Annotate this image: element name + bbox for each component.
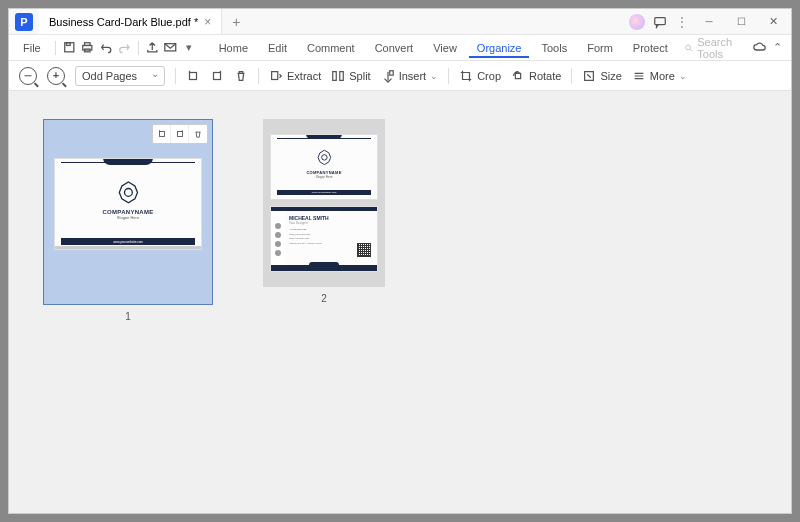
page-filter-dropdown[interactable]: Odd Pages <box>75 66 165 86</box>
crop-button[interactable]: Crop <box>459 69 501 83</box>
svg-point-21 <box>321 155 326 160</box>
svg-rect-11 <box>333 71 337 80</box>
svg-point-7 <box>685 45 690 50</box>
card-front-small: COMPANYNAME Slogan Here www.yourwebsite.… <box>270 134 378 200</box>
rotate-right-button[interactable] <box>210 69 224 83</box>
menu-home[interactable]: Home <box>211 38 256 58</box>
rotate-button[interactable]: Rotate <box>511 69 561 83</box>
svg-rect-10 <box>272 71 278 79</box>
menubar: File ▾ Home Edit Comment Convert View Or… <box>9 35 791 61</box>
page-2-wrap: COMPANYNAME Slogan Here www.yourwebsite.… <box>263 119 385 304</box>
organize-toolbar: Odd Pages Extract Split Insert⌄ Crop Rot… <box>9 61 791 91</box>
extract-button[interactable]: Extract <box>269 69 321 83</box>
document-tab[interactable]: Business Card-Dark Blue.pdf * × <box>39 9 222 34</box>
page-thumbnails-area: COMPANYNAME Slogan Here www.yourwebsite.… <box>9 91 791 513</box>
insert-label: Insert <box>399 70 427 82</box>
app-icon: P <box>15 13 33 31</box>
email-card-icon <box>275 232 281 238</box>
delete-button[interactable] <box>234 69 248 83</box>
zoom-in-button[interactable] <box>47 67 65 85</box>
svg-marker-18 <box>119 182 137 203</box>
extract-label: Extract <box>287 70 321 82</box>
svg-rect-8 <box>190 72 197 79</box>
expand-icon[interactable]: ⌃ <box>770 39 785 57</box>
split-label: Split <box>349 70 370 82</box>
dropdown-icon[interactable]: ▾ <box>182 39 197 57</box>
page-2-thumbnail[interactable]: COMPANYNAME Slogan Here www.yourwebsite.… <box>263 119 385 287</box>
menu-convert[interactable]: Convert <box>367 38 422 58</box>
redo-icon[interactable] <box>117 39 132 57</box>
kebab-menu-icon[interactable]: ⋮ <box>675 15 689 29</box>
new-tab-button[interactable]: + <box>222 14 250 30</box>
page-filter-value: Odd Pages <box>82 70 137 82</box>
page-delete-icon[interactable] <box>189 125 207 143</box>
split-button[interactable]: Split <box>331 69 370 83</box>
close-tab-icon[interactable]: × <box>204 15 211 29</box>
size-label: Size <box>600 70 621 82</box>
menu-organize[interactable]: Organize <box>469 38 530 58</box>
svg-rect-9 <box>214 72 221 79</box>
card-website: www.yourwebsite.com <box>61 238 195 245</box>
svg-point-19 <box>124 189 132 197</box>
company-slogan: Slogan Here <box>102 215 153 220</box>
svg-rect-13 <box>389 70 393 74</box>
svg-rect-12 <box>340 71 344 80</box>
minimize-button[interactable]: ─ <box>697 12 721 32</box>
size-button[interactable]: Size <box>582 69 621 83</box>
share-icon[interactable] <box>145 39 160 57</box>
rotate-left-button[interactable] <box>186 69 200 83</box>
crop-label: Crop <box>477 70 501 82</box>
tab-title: Business Card-Dark Blue.pdf * <box>49 16 198 28</box>
svg-rect-14 <box>515 73 520 78</box>
phone-text: +0 000 000 000 <box>289 228 373 231</box>
card-back: MICHEAL SMITH Your Designer +0 000 000 0… <box>270 206 378 272</box>
app-window: P Business Card-Dark Blue.pdf * × + ⋮ ─ … <box>8 8 792 514</box>
close-window-button[interactable]: ✕ <box>761 12 785 32</box>
search-placeholder: Search Tools <box>697 36 748 60</box>
maximize-button[interactable]: ☐ <box>729 12 753 32</box>
chat-icon[interactable] <box>653 15 667 29</box>
svg-rect-17 <box>177 132 182 137</box>
titlebar: P Business Card-Dark Blue.pdf * × + ⋮ ─ … <box>9 9 791 35</box>
menu-comment[interactable]: Comment <box>299 38 363 58</box>
menu-tools[interactable]: Tools <box>533 38 575 58</box>
insert-button[interactable]: Insert⌄ <box>381 69 439 83</box>
web-icon <box>275 241 281 247</box>
company-slogan-small: Slogan Here <box>306 175 341 179</box>
card-front-large: COMPANYNAME Slogan Here www.yourwebsite.… <box>54 158 202 250</box>
svg-rect-2 <box>66 43 70 46</box>
rotate-label: Rotate <box>529 70 561 82</box>
menu-edit[interactable]: Edit <box>260 38 295 58</box>
card-website-small: www.yourwebsite.com <box>277 190 371 195</box>
more-button[interactable]: More⌄ <box>632 69 687 83</box>
page-1-wrap: COMPANYNAME Slogan Here www.yourwebsite.… <box>43 119 213 322</box>
menu-view[interactable]: View <box>425 38 465 58</box>
location-icon <box>275 250 281 256</box>
page-1-thumbnail[interactable]: COMPANYNAME Slogan Here www.yourwebsite.… <box>43 119 213 305</box>
qr-code <box>357 243 371 257</box>
cloud-icon[interactable] <box>752 39 767 57</box>
print-icon[interactable] <box>80 39 95 57</box>
page-rotate-left-icon[interactable] <box>153 125 171 143</box>
file-menu[interactable]: File <box>15 38 49 58</box>
menu-protect[interactable]: Protect <box>625 38 676 58</box>
zoom-out-button[interactable] <box>19 67 37 85</box>
menu-form[interactable]: Form <box>579 38 621 58</box>
phone-icon <box>275 223 281 229</box>
page-rotate-right-icon[interactable] <box>171 125 189 143</box>
email-icon[interactable] <box>163 39 178 57</box>
ai-sparkle-icon[interactable] <box>629 14 645 30</box>
person-role: Your Designer <box>289 221 373 225</box>
more-label: More <box>650 70 675 82</box>
svg-marker-20 <box>318 150 331 164</box>
page-1-number: 1 <box>125 311 131 322</box>
page-2-number: 2 <box>321 293 327 304</box>
search-tools[interactable]: Search Tools <box>684 36 748 60</box>
page-tools-overlay <box>152 124 208 144</box>
undo-icon[interactable] <box>99 39 114 57</box>
email-text: info@yourmail.com <box>289 233 373 236</box>
svg-rect-0 <box>655 17 666 24</box>
svg-rect-16 <box>159 132 164 137</box>
web-text: www.yoursite.com <box>289 237 373 240</box>
save-icon[interactable] <box>62 39 77 57</box>
